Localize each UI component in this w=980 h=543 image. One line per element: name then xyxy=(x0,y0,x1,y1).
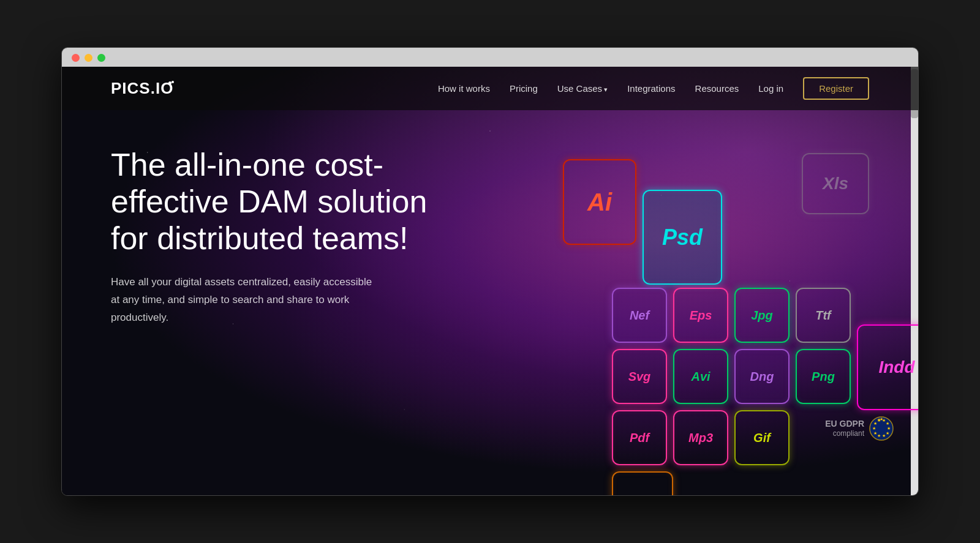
svg-text:★: ★ xyxy=(872,426,876,430)
ai-file-icon: Ai xyxy=(563,159,636,245)
gdpr-badge: EU GDPR compliant ★ ★ ★ ★ ★ ★ xyxy=(825,416,894,441)
nav-link-pricing[interactable]: Pricing xyxy=(510,83,538,94)
nav-link-how-it-works[interactable]: How it works xyxy=(438,83,490,94)
minimize-button[interactable] xyxy=(85,54,92,62)
maximize-button[interactable] xyxy=(97,54,105,62)
nav-link-login[interactable]: Log in xyxy=(758,83,783,94)
svg-text:★: ★ xyxy=(877,433,881,438)
hero-text: The all-in-one cost-effective DAM soluti… xyxy=(111,135,429,429)
svg-text:★: ★ xyxy=(887,426,891,430)
nav-link-register[interactable]: Register xyxy=(803,77,869,100)
hero-title: The all-in-one cost-effective DAM soluti… xyxy=(111,147,429,257)
eu-stars: ★ ★ ★ ★ ★ ★ ★ ★ ★ ★ ★ ★ xyxy=(869,416,894,441)
nav-item-integrations[interactable]: Integrations xyxy=(627,83,675,94)
hero-subtitle: Have all your digital assets centralized… xyxy=(111,274,380,327)
browser-content: PICS.IO How it works Pricing Use Cases I… xyxy=(62,67,918,495)
svg-text:★: ★ xyxy=(886,421,889,425)
browser-chrome xyxy=(62,48,918,67)
avi-file-icon: Avi xyxy=(673,349,728,404)
eps-file-icon: Eps xyxy=(673,288,728,343)
nav-item-register[interactable]: Register xyxy=(803,83,869,94)
ttf-file-icon: Ttf xyxy=(796,288,851,343)
psd-file-icon: Psd xyxy=(643,190,722,285)
svg-text:★: ★ xyxy=(880,417,883,421)
xls-file-icon: Xls xyxy=(802,153,869,214)
navbar: PICS.IO How it works Pricing Use Cases I… xyxy=(62,67,918,110)
svg-text:★: ★ xyxy=(873,431,877,435)
nav-link-integrations[interactable]: Integrations xyxy=(627,83,675,94)
nav-item-pricing[interactable]: Pricing xyxy=(510,83,538,94)
logo[interactable]: PICS.IO xyxy=(111,79,173,98)
indd-file-icon: Indd xyxy=(857,324,918,410)
svg-text:★: ★ xyxy=(886,431,889,435)
nav-links: How it works Pricing Use Cases Integrati… xyxy=(438,83,869,94)
hero-section: The all-in-one cost-effective DAM soluti… xyxy=(62,110,918,453)
browser-controls xyxy=(72,54,908,62)
nav-item-login[interactable]: Log in xyxy=(758,83,783,94)
svg-text:★: ★ xyxy=(882,433,886,438)
nav-item-how-it-works[interactable]: How it works xyxy=(438,83,490,94)
nav-item-use-cases[interactable]: Use Cases xyxy=(557,83,608,94)
nav-item-resources[interactable]: Resources xyxy=(695,83,739,94)
close-button[interactable] xyxy=(72,54,80,62)
nef-file-icon: Nef xyxy=(612,288,667,343)
nav-link-resources[interactable]: Resources xyxy=(695,83,739,94)
partial-file-icon xyxy=(612,471,673,495)
gdpr-text: EU GDPR compliant xyxy=(825,418,864,439)
jpg-file-icon: Jpg xyxy=(734,288,790,343)
gif-file-icon: Gif xyxy=(734,410,790,465)
dng-file-icon: Dng xyxy=(734,349,790,404)
svg-file-icon: Svg xyxy=(612,349,667,404)
nav-link-use-cases[interactable]: Use Cases xyxy=(557,83,608,94)
pdf-file-icon: Pdf xyxy=(612,410,667,465)
png-file-icon: Png xyxy=(796,349,851,404)
browser-window: PICS.IO How it works Pricing Use Cases I… xyxy=(61,47,919,496)
file-icons-area: Ai Psd Xls Nef Eps Jpg Ttf Svg Avi Dng P… xyxy=(502,147,881,495)
mp3-file-icon: Mp3 xyxy=(673,410,728,465)
